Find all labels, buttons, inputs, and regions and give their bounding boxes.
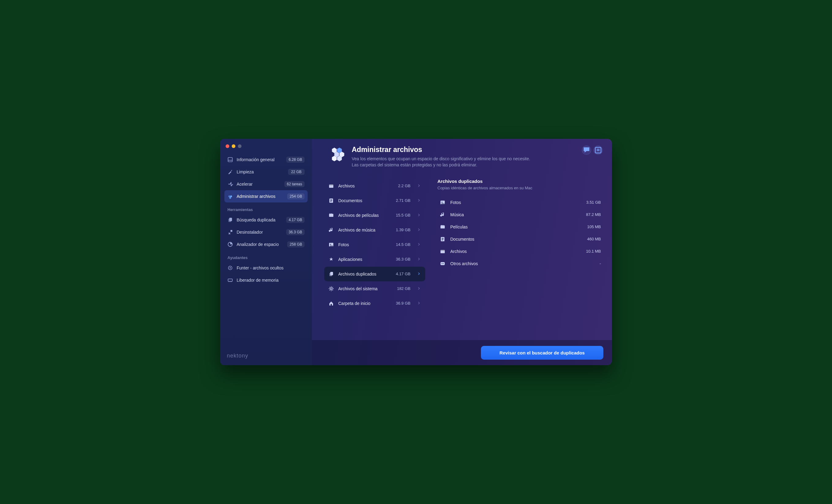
dashboard-icon <box>228 157 233 162</box>
photo-icon <box>440 200 445 205</box>
other-icon <box>440 261 445 267</box>
sidebar-item-badge: 254 GB <box>287 193 305 199</box>
category-aplicaciones[interactable]: Aplicaciones36.3 GB <box>324 252 425 267</box>
broom-icon <box>228 169 233 175</box>
sidebar: Información general6.28 GBLimpieza22 GBA… <box>220 139 312 365</box>
category-label: Archivos <box>338 184 394 188</box>
archive-icon <box>440 249 445 254</box>
page-title: Administrar archivos <box>352 146 530 154</box>
category-size: 15.5 GB <box>396 213 411 218</box>
detail-panel: Archivos duplicados Copias idénticas de … <box>437 177 606 340</box>
category-label: Archivos de películas <box>338 213 391 218</box>
detail-row-size: 105 MB <box>587 224 601 229</box>
detail-row-size: 87.2 MB <box>586 212 601 217</box>
category-size: 2.71 GB <box>396 198 411 203</box>
category-carpeta-de-inicio[interactable]: Carpeta de inicio36.9 GB <box>324 296 425 311</box>
category-archivos-del-sistema[interactable]: Archivos del sistema182 GB <box>324 281 425 296</box>
sidebar-item-label: Liberador de memoria <box>237 278 305 283</box>
category-size: 182 GB <box>397 286 411 291</box>
sidebar-item-badge: 62 tareas <box>284 181 305 187</box>
sidebar-helpers-header: Ayudantes <box>225 250 308 262</box>
category-archivos-de-mu-sica[interactable]: Archivos de música1.39 GB <box>324 223 425 237</box>
feedback-button[interactable] <box>582 146 591 155</box>
chevron-right-icon <box>417 227 421 232</box>
review-duplicates-button[interactable]: Revisar con el buscador de duplicados <box>481 346 603 360</box>
sidebar-item-acelerar[interactable]: Acelerar62 tareas <box>225 178 308 190</box>
app-window: Información general6.28 GBLimpieza22 GBA… <box>220 139 612 365</box>
chevron-right-icon <box>417 286 421 291</box>
chevron-right-icon <box>417 184 421 188</box>
sidebar-item-badge: 258 GB <box>287 241 305 247</box>
category-size: 4.17 GB <box>396 272 411 276</box>
changelog-button[interactable] <box>594 146 603 155</box>
main-panel: Administrar archivos Vea los elementos q… <box>312 139 612 365</box>
detail-rows: Fotos3.51 GBMúsica87.2 MBPelículas105 MB… <box>437 196 603 270</box>
target-icon <box>228 265 233 271</box>
category-list: Archivos2.2 GBDocumentos2.71 GBArchivos … <box>324 177 425 340</box>
detail-row-archivos[interactable]: Archivos10.1 MB <box>437 245 603 257</box>
detail-row-otros-archivos[interactable]: Otros archivos- <box>437 257 603 270</box>
category-label: Archivos del sistema <box>338 286 393 291</box>
category-label: Carpeta de inicio <box>338 301 391 306</box>
sidebar-item-bu-squeda-duplicada[interactable]: Búsqueda duplicada4.17 GB <box>225 214 308 226</box>
footer-bar: Revisar con el buscador de duplicados <box>312 340 612 365</box>
music-icon <box>440 212 445 218</box>
sidebar-item-label: Acelerar <box>237 181 281 187</box>
photo-icon <box>329 242 334 247</box>
category-archivos-duplicados[interactable]: Archivos duplicados4.17 GB <box>324 267 425 281</box>
chevron-right-icon <box>417 242 421 247</box>
sidebar-item-liberador-de-memoria[interactable]: Liberador de memoria <box>225 274 308 286</box>
doc-icon <box>329 198 334 203</box>
dupe-icon <box>228 217 233 223</box>
category-label: Fotos <box>338 242 391 247</box>
sidebar-item-funter-archivos-ocultos[interactable]: Funter - archivos ocultos <box>225 262 308 274</box>
uninst-icon <box>228 229 233 235</box>
detail-row-fotos[interactable]: Fotos3.51 GB <box>437 196 603 208</box>
detail-title: Archivos duplicados <box>437 178 603 184</box>
category-size: 36.9 GB <box>396 301 411 306</box>
sidebar-item-badge: 4.17 GB <box>286 217 305 223</box>
sidebar-item-label: Búsqueda duplicada <box>237 218 283 222</box>
category-label: Documentos <box>338 198 391 203</box>
sidebar-item-label: Administrar archivos <box>237 194 283 199</box>
sidebar-item-badge: 36.3 GB <box>286 229 305 235</box>
close-window-button[interactable] <box>226 144 229 148</box>
detail-row-size: - <box>600 261 601 266</box>
detail-row-size: 460 MB <box>587 237 601 241</box>
sidebar-item-administrar-archivos[interactable]: Administrar archivos254 GB <box>225 190 308 202</box>
sidebar-tools-header: Herramientas <box>225 202 308 214</box>
sidebar-item-desinstalador[interactable]: Desinstalador36.3 GB <box>225 226 308 238</box>
ram-icon <box>228 277 233 283</box>
category-label: Archivos duplicados <box>338 272 391 277</box>
sidebar-item-badge: 6.28 GB <box>286 157 305 163</box>
header-text: Administrar archivos Vea los elementos q… <box>352 146 530 168</box>
sidebar-item-label: Analizador de espacio <box>237 242 283 247</box>
minimize-window-button[interactable] <box>232 144 235 148</box>
category-size: 14.5 GB <box>396 242 411 247</box>
chevron-right-icon <box>417 198 421 203</box>
category-archivos-de-peli-culas[interactable]: Archivos de películas15.5 GB <box>324 208 425 223</box>
detail-row-size: 10.1 MB <box>586 249 601 254</box>
detail-row-label: Documentos <box>450 237 582 242</box>
sidebar-item-informacio-n-general[interactable]: Información general6.28 GB <box>225 153 308 166</box>
archive-icon <box>329 183 334 189</box>
sidebar-item-label: Limpieza <box>237 169 284 174</box>
category-fotos[interactable]: Fotos14.5 GB <box>324 237 425 252</box>
zoom-window-button[interactable] <box>238 144 241 148</box>
detail-row-documentos[interactable]: Documentos460 MB <box>437 233 603 245</box>
detail-row-label: Fotos <box>450 200 581 205</box>
dupe-icon <box>329 271 334 277</box>
detail-row-mu-sica[interactable]: Música87.2 MB <box>437 208 603 221</box>
sidebar-item-limpieza[interactable]: Limpieza22 GB <box>225 166 308 178</box>
sidebar-helpers-group: Funter - archivos ocultosLiberador de me… <box>225 262 308 286</box>
category-archivos[interactable]: Archivos2.2 GB <box>324 178 425 193</box>
page-description: Vea los elementos que ocupan un espacio … <box>352 156 530 168</box>
manage-files-hex-icon <box>328 146 345 163</box>
category-documentos[interactable]: Documentos2.71 GB <box>324 193 425 208</box>
sidebar-item-analizador-de-espacio[interactable]: Analizador de espacio258 GB <box>225 238 308 250</box>
sidebar-item-label: Desinstalador <box>237 230 283 234</box>
sidebar-main-group: Información general6.28 GBLimpieza22 GBA… <box>225 153 308 202</box>
detail-row-label: Otros archivos <box>450 261 595 266</box>
detail-row-peli-culas[interactable]: Películas105 MB <box>437 221 603 233</box>
chevron-right-icon <box>417 257 421 262</box>
